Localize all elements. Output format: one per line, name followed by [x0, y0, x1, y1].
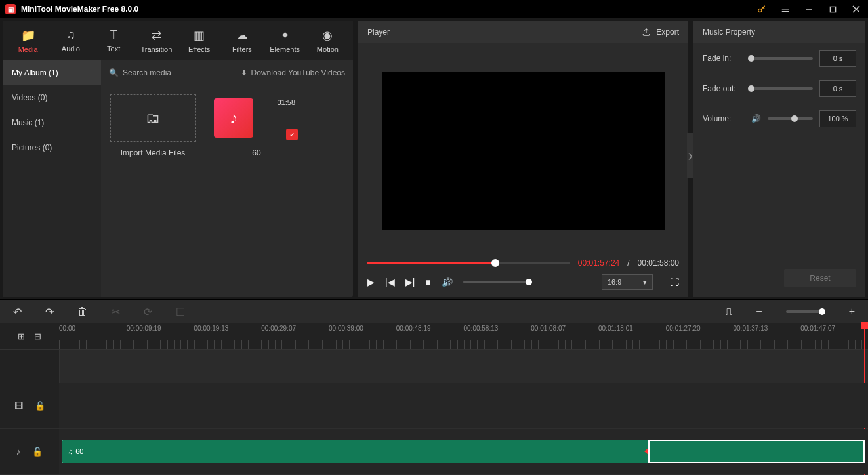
aspect-value: 16:9 [608, 278, 621, 286]
player-panel: Player Export 00:01:57:24 / 00:01:58:00 … [358, 21, 688, 297]
volume-slider[interactable] [463, 281, 529, 283]
split-button[interactable]: ✂ [112, 306, 120, 318]
ruler-label: 00:01:18:01 [598, 325, 633, 332]
seek-bar[interactable] [367, 262, 570, 264]
zoom-in-button[interactable]: + [849, 306, 855, 318]
music-thumbnail: ♪ [214, 98, 253, 138]
fadeout-value[interactable]: 0 s [819, 80, 856, 97]
download-youtube-button[interactable]: ⬇ Download YouTube Videos [241, 68, 345, 77]
fullscreen-button[interactable]: ⛶ [670, 277, 679, 287]
text-icon: T [110, 28, 117, 42]
prop-volume-slider[interactable] [768, 117, 813, 120]
maximize-button[interactable] [821, 0, 844, 18]
player-title: Player [367, 28, 390, 37]
cat-music[interactable]: Music (1) [3, 110, 101, 135]
audio-clip-label: 60 [75, 447, 83, 455]
volume-icon[interactable]: 🔊 [442, 277, 453, 287]
time-separator: / [627, 258, 629, 268]
svg-point-0 [758, 9, 762, 12]
motion-icon: ◉ [322, 28, 333, 43]
crop-button[interactable]: ☐ [176, 306, 185, 318]
volume-value[interactable]: 100 % [819, 110, 856, 127]
export-icon [642, 28, 651, 37]
cat-pictures[interactable]: Pictures (0) [3, 135, 101, 160]
add-track-icon[interactable]: ⊞ [18, 331, 25, 341]
media-panel: 📁 Media ♫ Audio T Text ⇄ Transition ▥ Ef… [3, 21, 353, 297]
lock-icon[interactable]: 🔓 [35, 401, 45, 411]
preview-screen [382, 72, 665, 230]
effects-icon: ▥ [194, 28, 205, 43]
zoom-out-button[interactable]: − [756, 306, 762, 318]
cat-my-album[interactable]: My Album (1) [3, 60, 101, 85]
audio-track-body[interactable]: ♫60 [59, 429, 868, 474]
fadeout-label: Fade out: [703, 84, 745, 93]
ruler-label: 00:00:29:07 [261, 325, 296, 332]
titlebar: ▣ MiniTool MovieMaker Free 8.0.0 [0, 0, 868, 18]
prev-frame-button[interactable]: |◀ [385, 277, 395, 287]
video-track: 🎞 🔓 [0, 383, 868, 429]
zoom-slider[interactable] [786, 310, 825, 313]
ruler-label: 00:01:27:20 [666, 325, 701, 332]
stop-button[interactable]: ■ [425, 277, 430, 287]
tab-label: Audio [62, 45, 80, 52]
app-title: MiniTool MovieMaker Free 8.0.0 [21, 5, 138, 14]
play-button[interactable]: ▶ [367, 277, 375, 287]
tab-filters[interactable]: ☁ Filters [220, 28, 263, 53]
tab-label: Text [107, 45, 120, 52]
snap-button[interactable]: ⎍ [726, 306, 732, 318]
tab-motion[interactable]: ◉ Motion [306, 28, 349, 53]
ruler-label: 00:00 [59, 325, 75, 332]
speed-button[interactable]: ⟳ [144, 306, 152, 318]
ruler-label: 00:01:08:07 [531, 325, 566, 332]
import-media-button[interactable]: 🗂 Import Media Files [110, 94, 196, 157]
speaker-icon: 🔊 [751, 114, 761, 123]
minimize-button[interactable] [797, 0, 821, 18]
download-youtube-label: Download YouTube Videos [251, 68, 345, 77]
cloud-download-icon: ⬇ [241, 68, 247, 77]
export-label: Export [656, 28, 679, 37]
timeline-ruler[interactable]: ⊞ ⊟ 00:0000:00:09:1900:00:19:1300:00:29:… [0, 323, 868, 350]
next-frame-button[interactable]: ▶| [405, 277, 415, 287]
upgrade-key-icon[interactable] [750, 0, 774, 18]
panel-expand-handle[interactable]: ❯ [687, 133, 693, 178]
menu-icon[interactable] [774, 0, 797, 18]
ruler-label: 00:01:47:07 [800, 325, 835, 332]
tab-media[interactable]: 📁 Media [7, 28, 49, 53]
folder-open-icon: 🗂 [146, 110, 160, 127]
audio-track: ♪ 🔓 ♫60 [0, 429, 868, 475]
close-button[interactable] [844, 0, 868, 18]
fadeout-slider[interactable] [751, 87, 813, 90]
aspect-ratio-select[interactable]: 16:9 ▾ [602, 274, 653, 290]
properties-panel: Music Property Fade in: 0 s Fade out: 0 … [693, 21, 865, 297]
video-track-icon: 🎞 [14, 401, 23, 411]
export-button[interactable]: Export [642, 28, 679, 37]
reset-button[interactable]: Reset [784, 269, 856, 287]
tab-effects[interactable]: ▥ Effects [178, 28, 220, 53]
cat-videos[interactable]: Videos (0) [3, 85, 101, 110]
ruler-label: 00:01:37:13 [734, 325, 768, 332]
elements-icon: ✦ [280, 28, 290, 43]
search-placeholder: Search media [123, 68, 171, 77]
tab-label: Motion [317, 45, 339, 53]
clip-name: 60 [252, 148, 260, 157]
audio-clip-segment-selected[interactable] [648, 440, 865, 463]
tab-audio[interactable]: ♫ Audio [49, 28, 92, 52]
ruler-label: 00:00:19:13 [194, 325, 229, 332]
tab-elements[interactable]: ✦ Elements [264, 28, 306, 53]
tab-label: Effects [188, 45, 210, 53]
media-clip-item[interactable]: ♪ 01:58 ✓ 60 [214, 94, 299, 157]
delete-button[interactable]: 🗑 [77, 306, 88, 318]
fadein-value[interactable]: 0 s [819, 50, 856, 67]
tab-text[interactable]: T Text [93, 28, 135, 52]
undo-button[interactable]: ↶ [13, 306, 22, 318]
redo-button[interactable]: ↷ [45, 306, 54, 318]
clip-used-check-icon: ✓ [286, 129, 298, 140]
tab-transition[interactable]: ⇄ Transition [135, 28, 178, 53]
app-logo: ▣ [5, 4, 16, 14]
search-input[interactable]: 🔍 Search media [109, 68, 171, 77]
video-track-body[interactable] [59, 383, 868, 428]
remove-track-icon[interactable]: ⊟ [34, 331, 41, 341]
fadein-slider[interactable] [751, 57, 813, 60]
audio-clip[interactable]: ♫60 [62, 440, 865, 463]
lock-icon[interactable]: 🔓 [32, 447, 43, 457]
